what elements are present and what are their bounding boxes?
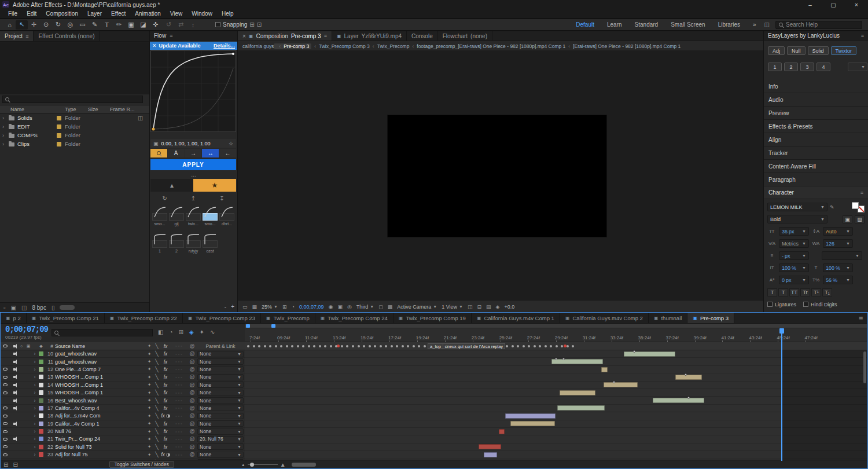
collapse-icon[interactable]: ╲ [153,405,160,411]
menu-item[interactable]: Animation [130,10,165,17]
zoom-dropdown[interactable]: 25%▼ [262,304,278,310]
layer-duration-bar[interactable] [653,398,704,403]
timeline-tab[interactable]: ▣ Twix_Precomp Comp 19 [393,313,472,323]
breadcrumb-item[interactable]: Twix_Precomp Comp 3 [311,43,370,49]
panel-menu-icon[interactable]: ≣ [859,315,867,321]
layer-name[interactable]: Null 76 [55,428,145,434]
WHOOSH ...Comp 1[interactable]: › 15 WHOOSH ...Comp 1 ✦ ╲ fx ▫▫▫ @ None▼ [1,389,245,397]
breadcrumb-item[interactable]: [Erai-raws] One Piece - 982 [1080p].mp4 … [565,43,681,49]
Solids[interactable]: › Solids Folder [0,113,149,122]
fx-badge[interactable]: fx [160,390,171,395]
pan-camera-tool[interactable]: ⇄ [175,20,187,30]
breadcrumb-item[interactable]: footage_precomp_[Erai-raws] One Piece - … [409,43,565,49]
column-size[interactable]: Size [88,107,98,112]
easylayers-button[interactable]: Twixtor [831,46,857,55]
layer-twirl-icon[interactable]: › [32,452,38,457]
fx-badge[interactable]: fx [160,421,171,427]
easylayers-number-button[interactable]: 3 [800,63,814,71]
layer-twirl-icon[interactable]: › [32,367,38,372]
marker-dot[interactable] [418,345,420,347]
panel-menu-icon[interactable]: ≡ [861,33,864,39]
layer-name[interactable]: Twix_Pr... Comp 24 [55,436,145,442]
parent-pickwhip-icon[interactable]: @ [188,382,196,388]
fx-badge[interactable]: fx [160,452,171,457]
brush-tool[interactable]: ✏ [113,20,125,30]
eye-icon[interactable] [3,383,8,386]
marker-dot[interactable] [572,345,574,347]
eye-icon[interactable] [3,391,8,394]
timeline-vertical-scrollbar[interactable] [863,351,866,383]
composition-mini-flowchart-icon[interactable]: ◧ [158,329,163,335]
upload-preset-icon[interactable]: ↥ [191,195,196,201]
WHOOSH ...Comp 1[interactable]: › 14 WHOOSH ...Comp 1 ✦ ╲ fx ▫▫▫ @ None▼ [1,382,245,389]
flow-preset[interactable]: ozat [203,232,218,254]
speaker-icon[interactable] [13,384,15,386]
shy-icon[interactable]: ✦ [145,390,153,395]
preset-curve-thumbnail[interactable] [169,213,184,221]
workspace-item[interactable]: Libraries [718,21,740,28]
marker-dot[interactable] [396,345,398,347]
marker-dot[interactable] [308,345,310,347]
menu-item[interactable]: Window [187,10,217,17]
layer-switches[interactable]: ▫▫▫ [171,422,188,426]
comp-marker-label[interactable]: a_top [428,343,443,349]
menu-item[interactable]: Composition [41,10,83,17]
speaker-icon[interactable] [13,353,15,355]
Adj for...s.m4v Com[interactable]: › 18 Adj for...s.m4v Com ✦ ╲ fx ▫▫▫ @ No… [1,412,245,420]
collapse-icon[interactable]: ╲ [153,444,160,450]
layer-duration-bar[interactable] [675,375,702,380]
font-family-dropdown[interactable]: LEMON MILK▼ [767,203,827,211]
marker-dot[interactable] [291,345,293,347]
timeline-lanes[interactable] [245,350,867,461]
layer-twirl-icon[interactable]: › [32,405,38,411]
panel-menu-icon[interactable]: ≡ [25,34,28,39]
flow-curve-editor[interactable] [150,50,236,132]
layer-duration-bar[interactable] [624,351,675,357]
speaker-icon[interactable] [13,368,15,371]
zoom-tool[interactable]: ⊙ [40,20,52,30]
collapsed-panel[interactable]: Preview [764,107,868,120]
speaker-icon[interactable] [13,407,15,409]
parent-link-dropdown[interactable]: None▼ [197,397,244,404]
fx-badge[interactable]: fx [160,359,171,365]
shy-icon[interactable]: ✦ [145,413,153,419]
tab-effect-controls[interactable]: Effect Controls (none) [34,31,100,41]
zoom-slider-handle[interactable] [250,463,254,467]
type-tool[interactable]: T [101,20,113,30]
timeline-tab[interactable]: ▣ Twix_Precomp Comp 24 [315,313,393,323]
flow-zoom-in-button[interactable]: + [231,303,234,310]
collapse-icon[interactable]: ╲ [153,374,160,380]
download-preset-icon[interactable]: ↧ [219,195,224,201]
breadcrumb-item[interactable]: california guys [242,43,274,49]
hindi-digits-checkbox[interactable]: Hindi Digits [803,302,837,307]
collapsed-panel[interactable]: Info [764,80,868,93]
marker-dot[interactable] [302,345,304,347]
motion-blur-icon[interactable]: ✦ [200,329,204,335]
clone-stamp-tool[interactable]: ▣ [125,20,137,30]
layer-name[interactable]: goat_whoosh.wav [55,359,145,365]
column-framerate[interactable]: Frame R... [110,107,135,112]
marker-dot[interactable] [506,345,508,347]
work-area-start-handle[interactable] [246,324,250,328]
eye-icon[interactable] [3,453,8,456]
marker-dot[interactable] [556,345,558,347]
horizontal-scale-dropdown[interactable]: 100%▼ [823,263,853,272]
shy-icon[interactable]: ✦ [145,421,153,426]
time-ruler[interactable]: 7:24f09:24f11:24f13:24f15:24f17:24f19:24… [245,328,867,342]
collapse-icon[interactable]: ⊟ [13,461,17,468]
marker-dot[interactable] [275,345,277,347]
keyframe-strip[interactable]: a_topcneux qui sort de l'Arca replay [245,342,867,350]
menu-item[interactable]: Layer [83,10,106,17]
collapsed-panel[interactable]: Content-Aware Fill [764,160,868,173]
collapse-icon[interactable]: ╲ [153,351,160,357]
selection-tool[interactable]: ↖ [16,20,28,30]
fx-badge[interactable]: fx [160,428,171,434]
menu-item[interactable]: Help [217,10,238,17]
workspace-item[interactable]: Standard [635,21,659,28]
marker-dot[interactable] [297,345,299,347]
goat_whoosh.wav[interactable]: › 11 goat_whoosh.wav ✦ ╲ fx ▫▫▫ @ None▼ [1,358,245,365]
parent-pickwhip-icon[interactable]: @ [188,351,196,357]
tab-console[interactable]: Console [407,31,438,41]
marker-dot[interactable] [319,345,321,347]
marker-dot[interactable] [380,345,382,347]
